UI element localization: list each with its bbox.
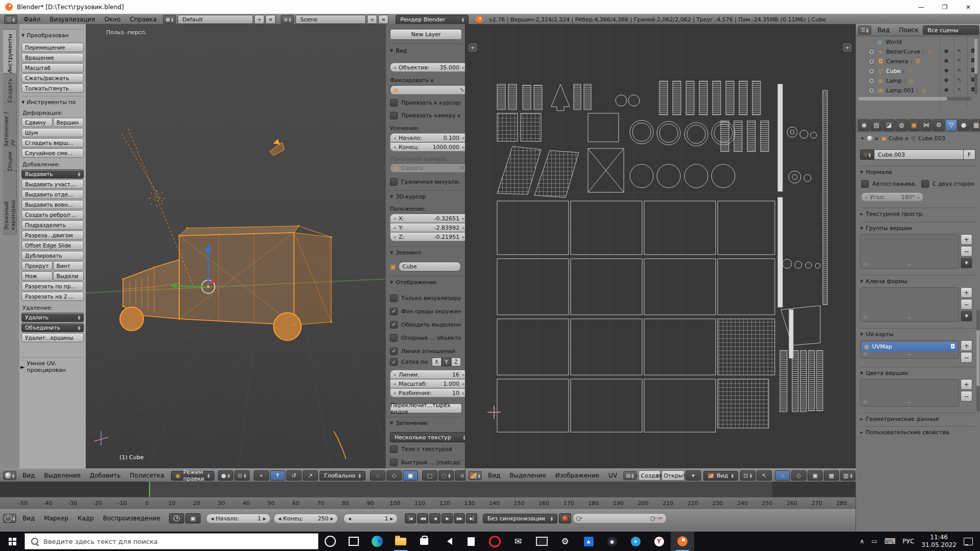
tool-button-нож[interactable]: Нож bbox=[21, 271, 53, 281]
panel-header-инструменты-по[interactable]: ▼Инструменты по bbox=[21, 96, 84, 106]
taskbar-app-blender[interactable] bbox=[671, 532, 694, 551]
uv-sticky-select[interactable]: ▥▲▼ bbox=[840, 470, 855, 481]
close-button[interactable]: ✕ bbox=[957, 0, 980, 14]
expand-icon[interactable]: + bbox=[868, 78, 875, 84]
tool-button-сгладить-верш-[interactable]: Сгладить верш... bbox=[21, 138, 84, 147]
lock-object-field[interactable]: ▣ ✎ bbox=[390, 85, 465, 95]
outliner-menu-вид[interactable]: Вид bbox=[873, 27, 894, 34]
eye-icon[interactable]: ◉ bbox=[943, 48, 950, 54]
panel-item-header[interactable]: ▼Элемент:::: bbox=[390, 249, 461, 256]
datablock-name-field[interactable]: Cube.003 bbox=[874, 149, 964, 160]
auto-smooth-row[interactable]: Автосглажива... bbox=[861, 180, 917, 188]
checkbox-on[interactable]: ✓ bbox=[390, 321, 398, 329]
timeline-menu-воспроизведение[interactable]: Воспроизведение bbox=[99, 515, 165, 522]
lock-frame-toggle[interactable]: ▣ bbox=[185, 513, 201, 523]
panel-geometry-data-header[interactable]: ►Геометрические данные:::: bbox=[860, 413, 976, 422]
manipulator-translate[interactable]: ↑ bbox=[270, 470, 285, 481]
grid-lines-field[interactable]: ◂Линии: 16▸ bbox=[390, 370, 465, 379]
uv-island-select[interactable]: ▦ bbox=[824, 470, 839, 481]
panel-uv-maps-header[interactable]: ▼UV-карты:::: bbox=[860, 328, 976, 338]
screen-layout-field[interactable]: Default bbox=[178, 15, 253, 24]
manipulator-rotate[interactable]: ↺ bbox=[286, 470, 302, 481]
timeline-ruler[interactable]: -50-40-30-20-100102030405060708090100110… bbox=[0, 497, 855, 510]
eyedropper-icon[interactable]: ✎ bbox=[460, 87, 464, 93]
specials-button[interactable]: ▼ bbox=[961, 311, 972, 321]
grid-axis-x[interactable]: X bbox=[432, 358, 442, 366]
clip-start-field[interactable]: ◂Начало: 0.100▸ bbox=[390, 133, 465, 142]
minimize-button[interactable]: — bbox=[910, 0, 933, 14]
timeline-menu-вид[interactable]: Вид bbox=[18, 515, 39, 522]
toolshelf-tab-5[interactable]: Эскизный карандаш bbox=[3, 170, 17, 235]
breadcrumb-data[interactable]: Cube.003 bbox=[918, 135, 945, 142]
double-sided-row[interactable]: С двух сторон bbox=[921, 180, 977, 188]
region-expand-left-icon[interactable]: + bbox=[469, 43, 477, 52]
panel-view-header[interactable]: ▼Вид:::: bbox=[390, 47, 461, 54]
new-layer-button[interactable]: New Layer bbox=[390, 29, 462, 40]
tool-button-выдели[interactable]: Выдели bbox=[53, 271, 84, 281]
grid-axis-y[interactable]: Y bbox=[442, 358, 451, 366]
outliner-filter-select[interactable]: Все сцены bbox=[923, 26, 979, 35]
panel-normals-header[interactable]: ▼Нормали:::: bbox=[860, 166, 976, 176]
remove-button[interactable]: − bbox=[961, 352, 972, 363]
play-button[interactable]: ▶ bbox=[442, 513, 453, 523]
grid-floor-row[interactable]: ✓Сетка по XYZ bbox=[390, 358, 461, 366]
display-option-row[interactable]: ✓Фон среды окружен... bbox=[390, 305, 461, 318]
border-render-row[interactable]: Граничная визуали... bbox=[390, 178, 461, 186]
manipulator-scale[interactable]: ↗ bbox=[303, 470, 318, 481]
frame-start-field[interactable]: ◂Начало:1▸ bbox=[206, 514, 271, 523]
fake-user-button[interactable]: F bbox=[964, 149, 975, 160]
grid-axis-z[interactable]: Z bbox=[451, 358, 461, 366]
snap-cursor-row[interactable]: Привязать к курсору bbox=[390, 99, 461, 107]
vertex-select-mode[interactable]: ∴ bbox=[370, 470, 385, 481]
toggle-quad-view-button[interactable]: Переключит...тырёх видов bbox=[390, 404, 462, 413]
panel-header-преобразован[interactable]: ▼Преобразован bbox=[21, 29, 84, 39]
remove-button[interactable]: − bbox=[961, 391, 972, 402]
taskbar-app-edge[interactable] bbox=[365, 532, 389, 551]
maximize-button[interactable]: ❐ bbox=[933, 0, 957, 14]
smart-uv-panel-header[interactable]: ► Умное UV-проецирован bbox=[20, 357, 85, 373]
properties-tab-world[interactable]: ◍ bbox=[895, 119, 907, 131]
pin-icon[interactable]: ✦ bbox=[860, 135, 865, 142]
tool-button-подразделить[interactable]: Подразделить bbox=[21, 220, 84, 230]
editor-type-3dview-button[interactable]: ▲▼ bbox=[3, 471, 16, 480]
infobar-menu-справка[interactable]: Справка bbox=[125, 16, 161, 23]
image-open-button[interactable]: 🗁Открыть bbox=[662, 470, 684, 481]
outliner-vscrollbar[interactable] bbox=[974, 37, 977, 94]
specials-button[interactable]: ▼ bbox=[961, 258, 972, 268]
timeline-menu-кадр[interactable]: Кадр bbox=[73, 515, 99, 522]
toolshelf-tab-3[interactable]: Затенение / UV bbox=[3, 102, 17, 152]
uv-menu-вид[interactable]: Вид bbox=[483, 472, 505, 479]
tray-chevron-icon[interactable]: ∧ bbox=[860, 538, 865, 545]
select-icon[interactable]: ↖ bbox=[956, 48, 963, 54]
uv-map-row-selected[interactable]: ◍ UVMap ◘ bbox=[862, 342, 958, 352]
lamp-object[interactable] bbox=[149, 190, 165, 207]
limit-to-visible[interactable]: ▢ bbox=[422, 470, 437, 481]
taskbar-app-cortana[interactable] bbox=[318, 532, 342, 551]
insert-keyframe-icon[interactable] bbox=[650, 516, 655, 521]
editor-type-outliner-button[interactable]: ☰▲▼ bbox=[858, 26, 871, 35]
uv-edge-select[interactable]: ◇ bbox=[791, 470, 806, 481]
select-icon[interactable]: ↖ bbox=[956, 58, 963, 63]
panel-custom-props-header[interactable]: ►Пользовательские свойства:::: bbox=[860, 426, 976, 436]
display-option-row[interactable]: ✓Линии отношений bbox=[390, 344, 461, 358]
tool-button-толкать-тянуть[interactable]: Толкать/тянуть bbox=[21, 84, 84, 93]
uv-menu-выделение[interactable]: Выделение bbox=[505, 472, 550, 479]
language-indicator[interactable]: РУС bbox=[902, 538, 914, 545]
panel-texture-space-header[interactable]: ►Текстурное простр.:::: bbox=[860, 208, 976, 217]
mode-select[interactable]: ▣Режим правки▲▼ bbox=[171, 471, 214, 481]
scene-add-button[interactable]: + bbox=[367, 15, 377, 24]
textured-solid-row[interactable]: Тело с текстурой bbox=[390, 445, 461, 453]
display-option-row[interactable]: Только визуализиру... bbox=[390, 291, 461, 305]
tool-button-выдавить-отде-[interactable]: Выдавить отде... bbox=[21, 190, 84, 199]
keyboard-icon[interactable]: ⌨ bbox=[885, 537, 896, 546]
tool-button-offset-edge-slide[interactable]: Offset Edge Slide bbox=[21, 241, 84, 250]
tool-button-сжать-расжать[interactable]: Сжать/расжать bbox=[21, 73, 84, 83]
jump-start-button[interactable]: |◀ bbox=[405, 513, 416, 523]
tool-button-выдавить-участ-[interactable]: Выдавить участ... bbox=[21, 180, 84, 189]
toolshelf-tab-1[interactable]: Инструменты bbox=[3, 29, 17, 79]
eye-icon[interactable]: ◉ bbox=[943, 87, 950, 92]
next-keyframe-button[interactable]: ▶▶ bbox=[454, 513, 465, 523]
taskbar-clock[interactable]: 11:4631.05.2022 bbox=[921, 534, 957, 549]
display-option-row[interactable]: Опорные ... объектов bbox=[390, 331, 461, 344]
outliner-item-world[interactable]: ◍World bbox=[856, 37, 980, 47]
